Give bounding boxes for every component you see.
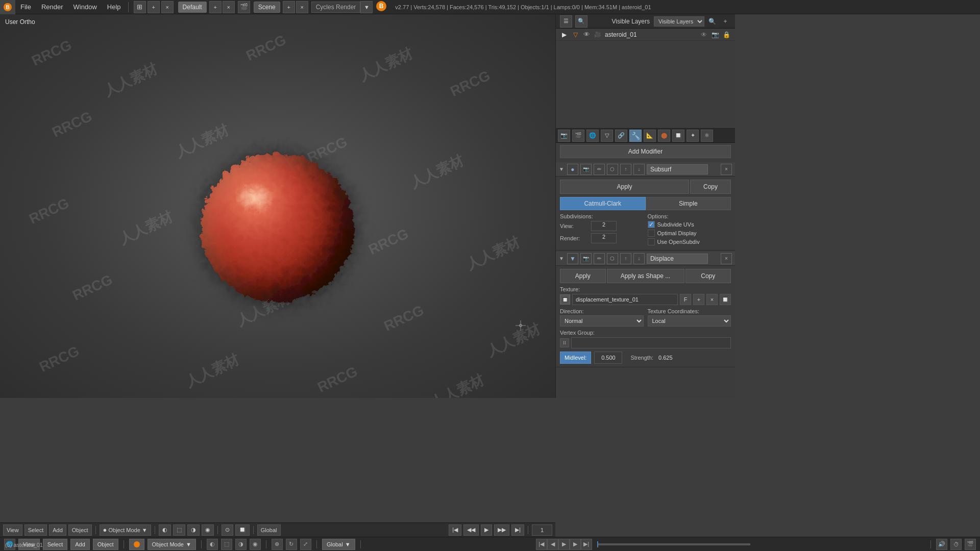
- subsurf-name-input[interactable]: [647, 164, 708, 174]
- prop-material-icon[interactable]: ⬤: [658, 130, 670, 142]
- add-modifier-button[interactable]: Add Modifier: [560, 145, 731, 158]
- grab-btn[interactable]: ⊕: [272, 539, 283, 550]
- prop-constraints-icon[interactable]: 🔗: [615, 130, 627, 142]
- displace-close-icon[interactable]: ×: [721, 253, 732, 264]
- prop-modifiers-icon[interactable]: 🔧: [629, 130, 642, 142]
- snap-btn[interactable]: 🔲: [235, 524, 250, 536]
- prop-object-icon[interactable]: ▽: [601, 130, 613, 142]
- view-btn[interactable]: View: [3, 524, 22, 536]
- scene-icon[interactable]: 🎬: [238, 1, 250, 13]
- expand-arrow[interactable]: ▶: [560, 31, 568, 39]
- menu-window[interactable]: Window: [68, 0, 102, 14]
- workspace-default[interactable]: Default: [178, 2, 207, 13]
- rotate-btn[interactable]: ↻: [286, 539, 297, 550]
- render-icon[interactable]: 🎥: [594, 31, 602, 39]
- scene-add[interactable]: +: [283, 1, 295, 13]
- subdivide-uvs-checkbox[interactable]: ✓: [648, 221, 655, 228]
- displace-cage-toggle[interactable]: ⬡: [607, 253, 618, 264]
- prop-texture-icon[interactable]: 🔲: [672, 130, 684, 142]
- transform-btn[interactable]: Global: [257, 524, 281, 536]
- subsurf-close-icon[interactable]: ×: [721, 164, 732, 175]
- screen-add[interactable]: +: [209, 1, 222, 13]
- select-menu-btn[interactable]: Select: [43, 539, 68, 550]
- transform-orientation-btn[interactable]: Global ▼: [322, 539, 355, 550]
- view-value[interactable]: 2: [591, 221, 617, 231]
- displace-down-icon[interactable]: ↓: [633, 253, 645, 264]
- subsurf-collapse-down-icon[interactable]: ↓: [633, 164, 645, 175]
- displace-header[interactable]: ▼ ▼ 📷 ✏ ⬡ ↑ ↓ ×: [556, 252, 735, 266]
- midlevel-value[interactable]: 0.500: [594, 352, 622, 364]
- screen-layout-icon[interactable]: ⊞: [134, 1, 146, 13]
- subsurf-cage-toggle[interactable]: ⬡: [607, 164, 618, 175]
- rendered-btn[interactable]: ◉: [202, 524, 214, 536]
- outliner-add-icon[interactable]: +: [720, 16, 731, 27]
- displace-up-icon[interactable]: ↑: [620, 253, 631, 264]
- timeline-play-btn[interactable]: ▶: [558, 539, 570, 550]
- optimal-display-checkbox[interactable]: [648, 230, 655, 237]
- prop-particles-icon[interactable]: ✦: [687, 130, 699, 142]
- timeline-start-btn[interactable]: |◀: [536, 539, 547, 550]
- restrict-render-icon[interactable]: 📷: [710, 30, 720, 39]
- object-menu-btn[interactable]: Object: [93, 539, 118, 550]
- outliner-dropdown[interactable]: Visible Layers All Scenes: [654, 16, 704, 27]
- wireframe-btn[interactable]: ⬚: [173, 524, 185, 536]
- texture-preview-icon[interactable]: 🔲: [560, 294, 570, 305]
- add-screen-btn[interactable]: +: [148, 1, 160, 13]
- menu-help[interactable]: Help: [102, 0, 126, 14]
- texture-name-input[interactable]: [572, 294, 678, 305]
- displace-copy-btn[interactable]: Copy: [685, 269, 731, 283]
- workspace-scene[interactable]: Scene: [254, 2, 280, 13]
- displace-camera-icon[interactable]: ▼: [567, 253, 578, 264]
- vertex-group-input[interactable]: [571, 337, 731, 348]
- select-btn[interactable]: Select: [24, 524, 47, 536]
- solid-shade-btn[interactable]: ◐: [159, 524, 171, 536]
- render-value[interactable]: 2: [591, 233, 617, 243]
- subsurf-copy-btn[interactable]: Copy: [690, 180, 731, 194]
- subsurf-edit-toggle[interactable]: ✏: [594, 164, 605, 175]
- displace-name-input[interactable]: [647, 254, 708, 264]
- timeline-next-btn[interactable]: ▶: [570, 539, 581, 550]
- direction-select[interactable]: Normal X Y Z: [560, 315, 644, 327]
- viewport-material-btn[interactable]: ◑: [235, 539, 247, 550]
- timeline-bar[interactable]: [597, 543, 750, 545]
- viewport-rendered-btn[interactable]: ◉: [250, 539, 261, 550]
- subsurf-collapse-icon[interactable]: ▼: [559, 166, 564, 172]
- object-mode-btn[interactable]: Object Mode ▼: [148, 539, 196, 550]
- menu-render[interactable]: Render: [36, 0, 68, 14]
- material-btn[interactable]: ◑: [187, 524, 200, 536]
- del-screen-btn[interactable]: ×: [161, 1, 174, 13]
- subsurf-camera-icon[interactable]: ●: [567, 164, 578, 175]
- use-opensubdiv-checkbox[interactable]: [648, 238, 655, 245]
- scene-del[interactable]: ×: [296, 1, 308, 13]
- outliner-search-toggle[interactable]: 🔍: [706, 16, 718, 27]
- outliner-object-row[interactable]: ▶ ▽ 👁 🎥 asteroid_01 👁 📷 🔒: [556, 29, 735, 41]
- midlevel-label-btn[interactable]: Midlevel:: [560, 352, 591, 364]
- viewport[interactable]: RRCG 人人素材 RRCG 人人素材 RRCG RRCG 人人素材 RRCG …: [0, 14, 555, 398]
- restrict-select-icon[interactable]: 🔒: [722, 30, 731, 39]
- prop-render-icon[interactable]: 📷: [558, 130, 570, 142]
- prop-physics-icon[interactable]: ⚛: [701, 130, 713, 142]
- displace-apply-shape-btn[interactable]: Apply as Shape ...: [607, 269, 684, 283]
- scale-btn[interactable]: ⤢: [300, 539, 311, 550]
- viewport-wire-btn[interactable]: ⬚: [221, 539, 232, 550]
- blender-logo[interactable]: B: [0, 0, 15, 14]
- simple-btn[interactable]: Simple: [646, 197, 731, 210]
- timeline-end-btn[interactable]: ▶|: [511, 524, 524, 536]
- screen-del[interactable]: ×: [223, 1, 235, 13]
- add-btn[interactable]: Add: [49, 524, 66, 536]
- render-engine-down[interactable]: ▼: [360, 1, 373, 13]
- timeline-start-btn[interactable]: |◀: [449, 524, 461, 536]
- texture-f-btn[interactable]: F: [680, 294, 691, 305]
- outliner-view-icon[interactable]: ☰: [560, 15, 572, 28]
- displace-edit-toggle[interactable]: ✏: [594, 253, 605, 264]
- texture-new-btn[interactable]: +: [693, 294, 704, 305]
- menu-file[interactable]: File: [15, 0, 36, 14]
- play-btn[interactable]: ▶: [481, 524, 492, 536]
- subsurf-apply-btn[interactable]: Apply: [560, 180, 689, 194]
- catmull-clark-btn[interactable]: Catmull-Clark: [560, 197, 646, 210]
- outliner-search-icon[interactable]: 🔍: [575, 15, 587, 28]
- timeline-prev-btn[interactable]: ◀: [547, 539, 558, 550]
- prop-data-icon[interactable]: 📐: [644, 130, 656, 142]
- anim-icon[interactable]: 🎬: [965, 539, 976, 550]
- object-btn[interactable]: Object: [68, 524, 92, 536]
